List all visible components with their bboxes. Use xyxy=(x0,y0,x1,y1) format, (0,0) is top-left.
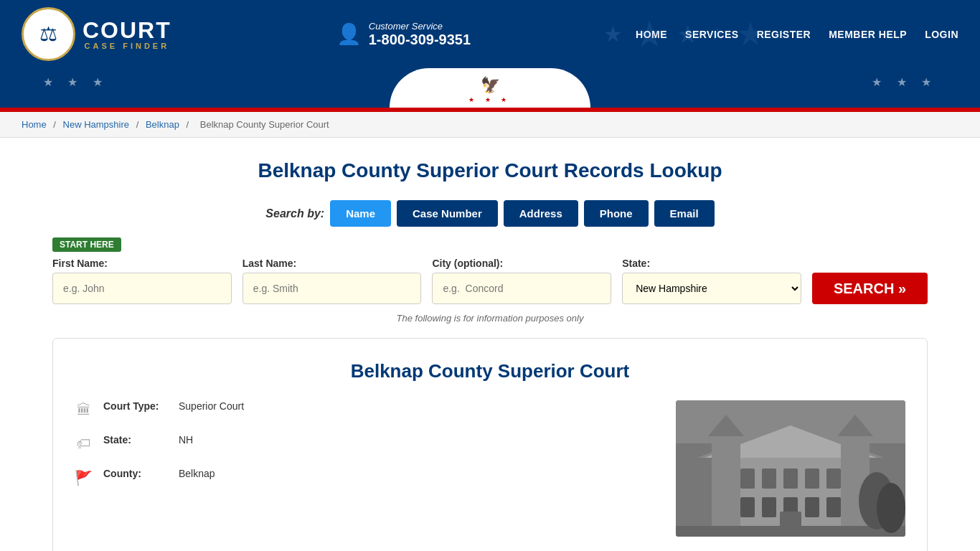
tab-case-number[interactable]: Case Number xyxy=(397,200,498,227)
nav-home[interactable]: HOME xyxy=(636,29,667,40)
svg-rect-14 xyxy=(805,468,819,489)
first-name-field: First Name: xyxy=(52,258,232,304)
state-value: NH xyxy=(179,434,193,446)
first-name-input[interactable] xyxy=(52,273,232,304)
city-field: City (optional): xyxy=(432,258,611,304)
ribbon-stars-right: ★ ★ ★ xyxy=(872,75,937,89)
svg-rect-20 xyxy=(826,497,841,517)
nav-member-help[interactable]: MEMBER HELP xyxy=(829,29,907,40)
cs-label: Customer Service xyxy=(369,21,471,32)
logo-inner: ⚖ xyxy=(39,22,57,46)
eagle-icon: 🦅 xyxy=(481,76,500,95)
state-field: State: AlabamaAlaskaArizonaArkansasCalif… xyxy=(622,258,801,304)
state-row: 🏷 State: NH xyxy=(75,434,654,452)
logo-case-finder-text: CASE FINDER xyxy=(83,42,171,50)
search-by-label: Search by: xyxy=(265,207,324,220)
county-icon: 🚩 xyxy=(75,469,93,486)
search-button[interactable]: SEARCH » xyxy=(812,273,928,304)
tab-address[interactable]: Address xyxy=(504,200,578,227)
breadcrumb-current: Belknap County Superior Court xyxy=(200,119,329,130)
breadcrumb: Home / New Hampshire / Belknap / Belknap… xyxy=(0,112,980,138)
logo-text: COURT CASE FINDER xyxy=(83,19,171,50)
svg-point-24 xyxy=(877,483,905,533)
breadcrumb-belknap[interactable]: Belknap xyxy=(146,119,179,130)
court-details: 🏛 Court Type: Superior Court 🏷 State: NH… xyxy=(75,400,654,537)
main-nav: HOME SERVICES REGISTER MEMBER HELP LOGIN xyxy=(636,29,958,40)
ribbon-arch-stars: ★ ★ ★ xyxy=(468,96,511,103)
info-note: The following is for information purpose… xyxy=(52,313,928,324)
phone-icon: 👤 xyxy=(336,22,362,46)
search-form: First Name: Last Name: City (optional): … xyxy=(52,258,928,304)
tab-email[interactable]: Email xyxy=(654,200,715,227)
logo-area: ⚖ COURT CASE FINDER xyxy=(22,7,171,61)
city-input[interactable] xyxy=(432,273,611,304)
customer-service-info: Customer Service 1-800-309-9351 xyxy=(369,21,471,48)
header-ribbon: ★ ★ ★ ★ ★ ★ 🦅 ★ ★ ★ xyxy=(0,68,980,108)
first-name-label: First Name: xyxy=(52,258,232,269)
breadcrumb-new-hampshire[interactable]: New Hampshire xyxy=(63,119,129,130)
tab-phone[interactable]: Phone xyxy=(584,200,649,227)
court-card-body: 🏛 Court Type: Superior Court 🏷 State: NH… xyxy=(75,400,905,537)
breadcrumb-sep-2: / xyxy=(136,119,141,130)
site-header: ★ ★ ★ ★ ★ ⚖ COURT CASE FINDER 👤 Customer… xyxy=(0,0,980,68)
svg-rect-19 xyxy=(805,497,819,517)
last-name-label: Last Name: xyxy=(242,258,422,269)
county-value: Belknap xyxy=(179,468,215,479)
start-here-badge: START HERE xyxy=(52,237,121,252)
state-select[interactable]: AlabamaAlaskaArizonaArkansasCaliforniaCo… xyxy=(622,273,801,304)
state-label: State: xyxy=(622,258,801,269)
customer-service: 👤 Customer Service 1-800-309-9351 xyxy=(336,21,471,48)
courthouse-svg xyxy=(676,400,905,537)
cs-phone: 1-800-309-9351 xyxy=(369,32,471,48)
tab-name[interactable]: Name xyxy=(330,200,391,227)
scales-icon: ⚖ xyxy=(39,22,57,46)
logo-circle: ⚖ xyxy=(22,7,75,61)
svg-rect-15 xyxy=(826,468,841,489)
last-name-input[interactable] xyxy=(242,273,422,304)
page-title: Belknap County Superior Court Records Lo… xyxy=(52,159,928,182)
court-type-label: Court Type: xyxy=(103,400,168,412)
court-card: Belknap County Superior Court 🏛 Court Ty… xyxy=(52,338,928,551)
court-card-title: Belknap County Superior Court xyxy=(75,360,905,382)
svg-rect-7 xyxy=(712,436,740,529)
svg-rect-17 xyxy=(762,497,776,517)
svg-rect-3 xyxy=(705,458,712,537)
search-by-row: Search by: Name Case Number Address Phon… xyxy=(52,200,928,227)
state-label-detail: State: xyxy=(103,434,168,446)
ribbon-arch: 🦅 ★ ★ ★ xyxy=(390,68,590,108)
svg-rect-13 xyxy=(783,468,798,489)
state-icon: 🏷 xyxy=(75,435,93,452)
logo-court-text: COURT xyxy=(83,19,171,42)
court-type-value: Superior Court xyxy=(179,400,244,412)
county-row: 🚩 County: Belknap xyxy=(75,468,654,486)
svg-rect-16 xyxy=(740,497,755,517)
breadcrumb-home[interactable]: Home xyxy=(22,119,47,130)
nav-register[interactable]: REGISTER xyxy=(757,29,811,40)
nav-services[interactable]: SERVICES xyxy=(685,29,739,40)
svg-rect-11 xyxy=(740,468,755,489)
nav-login[interactable]: LOGIN xyxy=(925,29,958,40)
ribbon-stars-left: ★ ★ ★ xyxy=(43,75,108,89)
county-label: County: xyxy=(103,468,168,479)
court-type-icon: 🏛 xyxy=(75,402,93,418)
svg-rect-12 xyxy=(762,468,776,489)
main-content: Belknap County Superior Court Records Lo… xyxy=(24,138,956,551)
city-label: City (optional): xyxy=(432,258,611,269)
breadcrumb-sep-1: / xyxy=(53,119,58,130)
last-name-field: Last Name: xyxy=(242,258,422,304)
courthouse-image xyxy=(676,400,905,537)
breadcrumb-sep-3: / xyxy=(187,119,192,130)
court-type-row: 🏛 Court Type: Superior Court xyxy=(75,400,654,418)
